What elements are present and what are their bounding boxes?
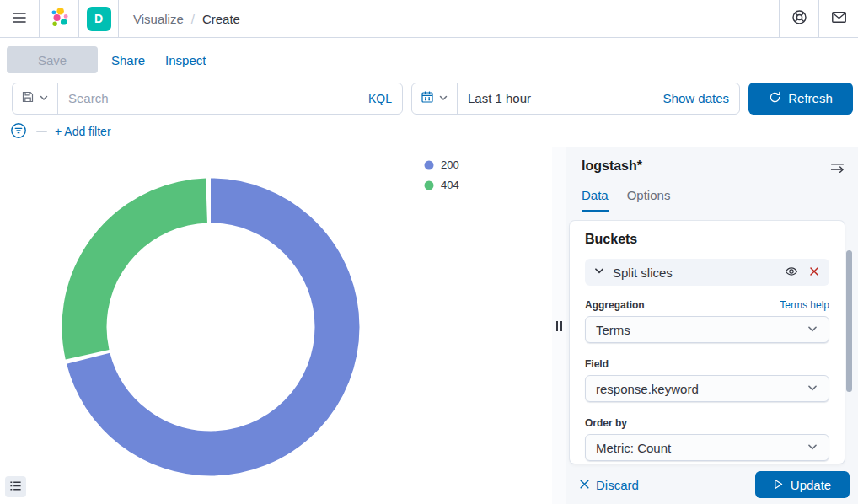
help-button[interactable] (780, 0, 818, 37)
cross-icon (579, 478, 590, 492)
buckets-card: Buckets Split slices (570, 221, 845, 464)
field-value: response.keyword (596, 382, 699, 396)
legend-label-200: 200 (441, 158, 459, 171)
terms-help-link[interactable]: Terms help (780, 299, 829, 311)
chevron-down-icon (438, 91, 448, 106)
order-by-value: Metric: Count (596, 441, 671, 455)
saved-query-menu[interactable] (13, 83, 58, 114)
filter-in-circle-icon (10, 122, 27, 142)
field-label: Field (585, 358, 829, 370)
update-button[interactable]: Update (755, 471, 850, 498)
aggregation-select[interactable]: Terms (585, 316, 829, 343)
filter-options-button[interactable] (8, 121, 29, 143)
chart-legend: 200 404 (424, 158, 459, 191)
visualize-toolbar: Save Share Inspect (0, 39, 858, 81)
discard-label: Discard (596, 478, 639, 492)
panel-resizer[interactable] (552, 147, 566, 504)
chevron-down-icon (39, 91, 49, 106)
chevron-down-icon (807, 441, 818, 455)
calendar-icon (421, 90, 434, 107)
chevron-down-icon (593, 265, 605, 280)
resizer-grip-icon (560, 321, 562, 331)
save-button[interactable]: Save (7, 46, 98, 73)
update-label: Update (791, 478, 831, 492)
collapse-panel-button[interactable] (829, 158, 846, 179)
save-query-icon (21, 90, 35, 107)
top-header: D Visualize / Create (0, 0, 858, 38)
breadcrumb-separator: / (191, 12, 195, 26)
space-switcher[interactable]: D (79, 0, 118, 37)
search-box: KQL (12, 83, 403, 115)
donut-chart (59, 175, 362, 479)
eye-icon (785, 265, 798, 281)
time-range-value[interactable]: Last 1 hour (458, 91, 531, 105)
date-quick-menu[interactable] (412, 83, 458, 114)
toggle-visibility-button[interactable] (783, 263, 800, 282)
query-bar: KQL Last 1 hour Show dates Refresh (0, 81, 858, 115)
discard-button[interactable]: Discard (579, 478, 639, 492)
inspect-button[interactable]: Inspect (165, 53, 206, 67)
visualization-area: 200 404 (0, 147, 552, 504)
search-input[interactable] (58, 91, 368, 105)
tab-data[interactable]: Data (582, 188, 609, 212)
editor-tabs: Data Options (566, 188, 858, 212)
main-content: 200 404 logstash* (0, 147, 858, 504)
share-button[interactable]: Share (111, 53, 145, 67)
menu-right-icon (830, 164, 845, 177)
editor-panel: logstash* Data Options Buckets Split sli… (566, 147, 858, 504)
panel-scrollbar[interactable] (846, 250, 852, 392)
legend-dot-404 (424, 180, 434, 190)
order-by-select[interactable]: Metric: Count (585, 434, 829, 461)
kql-switcher[interactable]: KQL (368, 92, 402, 105)
date-picker: Last 1 hour Show dates (411, 83, 740, 115)
tab-options[interactable]: Options (627, 188, 671, 212)
hamburger-icon (12, 11, 27, 27)
elastic-logo-icon (48, 7, 70, 31)
legend-dot-200 (424, 160, 434, 170)
split-slices-label: Split slices (613, 265, 775, 280)
show-dates-button[interactable]: Show dates (663, 91, 739, 105)
breadcrumb: Visualize / Create (119, 12, 240, 26)
order-by-label: Order by (585, 417, 829, 429)
breadcrumb-visualize[interactable]: Visualize (133, 12, 184, 26)
newsfeed-button[interactable] (819, 0, 858, 37)
menu-button[interactable] (0, 0, 39, 37)
breadcrumb-create: Create (202, 12, 240, 26)
legend-toggle-button[interactable] (5, 476, 26, 497)
red-cross-icon (809, 266, 819, 279)
remove-bucket-button[interactable] (807, 265, 821, 281)
mail-icon (831, 9, 847, 28)
refresh-icon (769, 91, 781, 106)
editor-footer: Discard Update (566, 465, 858, 504)
aggregation-value: Terms (596, 323, 630, 337)
add-filter-button[interactable]: + Add filter (55, 125, 111, 138)
play-icon (774, 478, 783, 492)
elastic-logo[interactable] (40, 0, 78, 37)
refresh-button[interactable]: Refresh (748, 83, 853, 115)
field-select[interactable]: response.keyword (585, 375, 829, 402)
aggregation-label: Aggregation (585, 299, 645, 311)
legend-label-404: 404 (441, 179, 459, 191)
chevron-down-icon (807, 382, 818, 396)
filter-divider (36, 131, 47, 132)
space-badge: D (87, 7, 111, 31)
resizer-grip-icon (556, 321, 558, 331)
buckets-heading: Buckets (585, 232, 829, 247)
split-slices-row[interactable]: Split slices (585, 259, 829, 286)
legend-item-200[interactable]: 200 (424, 158, 459, 171)
filter-bar: + Add filter (0, 115, 858, 147)
help-lifering-icon (791, 9, 807, 28)
chevron-down-icon (807, 323, 818, 337)
legend-item-404[interactable]: 404 (424, 179, 459, 191)
list-icon (9, 480, 22, 495)
index-pattern-title: logstash* (582, 158, 642, 174)
refresh-label: Refresh (788, 91, 833, 105)
